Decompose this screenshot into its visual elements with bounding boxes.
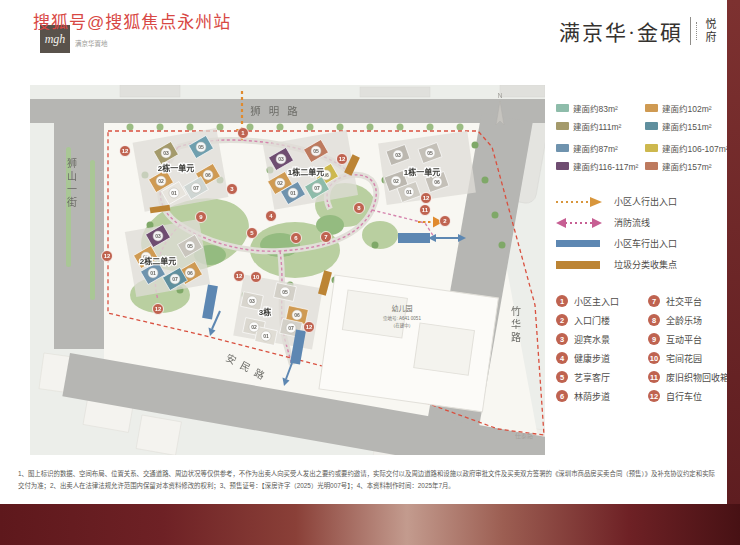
- page: 搜狐号@搜狐焦点永州站 mgh 满京华置地 满京华·金碩 悦府: [0, 0, 740, 545]
- svg-text:11: 11: [422, 207, 429, 213]
- poi-item: 8全龄乐场: [648, 314, 729, 327]
- svg-text:07: 07: [314, 185, 320, 191]
- legend-swatch: [556, 122, 569, 130]
- map-marker: 10: [251, 272, 262, 283]
- disclaimer-text: 1、图上标识的数据、空间布局、位置关系、交通道路、周边状况等仅供参考，不作为出卖…: [18, 468, 720, 492]
- site-plan-map: 幼儿园 宗地号: A641 0051 （在建中）: [30, 85, 545, 455]
- fire-route-arrow-icon: [556, 218, 602, 228]
- svg-text:12: 12: [122, 148, 129, 154]
- map-marker: 9: [196, 212, 207, 223]
- cluster-label: 2栋二单元: [140, 256, 176, 266]
- road-label-top: 狮明路: [250, 105, 306, 117]
- svg-text:05: 05: [198, 144, 204, 150]
- map-marker: 4: [266, 211, 277, 222]
- svg-text:10: 10: [253, 274, 260, 280]
- svg-text:06: 06: [205, 172, 211, 178]
- svg-text:05: 05: [427, 150, 433, 156]
- mgh-logo-text: mgh: [45, 32, 66, 47]
- brand-divider: [690, 17, 691, 45]
- svg-text:05: 05: [313, 148, 319, 154]
- svg-text:03: 03: [395, 152, 401, 158]
- svg-text:12: 12: [155, 306, 162, 312]
- svg-text:12: 12: [104, 253, 111, 259]
- poi-item: 12自行车位: [648, 390, 729, 403]
- brand-divider-2: [696, 22, 697, 40]
- poi-item: 1小区主入口: [556, 295, 648, 308]
- poi-item: 2入口门楼: [556, 314, 648, 327]
- legend-swatch: [645, 122, 658, 130]
- road-left: [54, 123, 104, 349]
- map-marker: 5: [247, 228, 258, 239]
- right-decor-bar: [727, 0, 740, 504]
- svg-text:03: 03: [155, 233, 161, 239]
- legend-line-item: 消防流线: [556, 216, 728, 229]
- legend-line-item: 小区人行出入口: [556, 195, 728, 208]
- legend-item: 建面约151m²: [645, 121, 728, 131]
- svg-text:06: 06: [434, 179, 440, 185]
- svg-text:02: 02: [277, 180, 283, 186]
- legend-item: 建面约83m²: [556, 103, 645, 113]
- poi-list: 1小区主入口 2入口门楼 3迎宾水景 4健康步道 5艺享客厅 6林荫步道 7社交…: [556, 295, 728, 403]
- svg-text:12: 12: [236, 273, 243, 279]
- map-marker: 6: [291, 233, 302, 244]
- poi-item: 10宅间花园: [648, 352, 729, 365]
- legend-item: 建面约111m²: [556, 121, 645, 131]
- poi-item: 6林荫步道: [556, 390, 648, 403]
- kindergarten-title: 幼儿园: [392, 304, 413, 313]
- road-label-corner: 仕泰路: [515, 432, 533, 440]
- road-median-green: [90, 160, 95, 300]
- watermark-text: 搜狐号@搜狐焦点永州站: [33, 8, 231, 33]
- road-label-right: 竹华路: [511, 305, 521, 343]
- brand-subname: 悦府: [702, 18, 718, 44]
- legend-swatch: [645, 144, 658, 152]
- map-marker: 7: [321, 232, 332, 243]
- legend-item: 建面约157m²: [645, 161, 728, 171]
- legend-swatch: [556, 162, 569, 170]
- legend-swatch: [645, 104, 658, 112]
- svg-text:12: 12: [423, 195, 430, 201]
- map-marker: 12: [153, 304, 164, 315]
- svg-text:02: 02: [251, 324, 257, 330]
- svg-text:01: 01: [150, 270, 156, 276]
- svg-text:12: 12: [306, 324, 313, 330]
- project-brand-logo: 满京华·金碩 悦府: [559, 16, 718, 46]
- map-marker: 11: [420, 205, 431, 216]
- legend-panel: 建面约83m² 建面约102m² 建面约111m² 建面约151m² 建面约87…: [556, 103, 728, 403]
- brand-name: 满京华·金碩: [559, 16, 683, 46]
- svg-text:01: 01: [406, 189, 412, 195]
- svg-text:05: 05: [187, 243, 193, 249]
- svg-text:01: 01: [263, 333, 269, 339]
- legend-item: 建面约116-117m²: [556, 161, 645, 171]
- poi-item: 9互动平台: [648, 333, 729, 346]
- legend-swatch: [645, 162, 658, 170]
- map-marker: 2: [440, 216, 451, 227]
- svg-text:07: 07: [288, 325, 294, 331]
- developer-name: 满京华置地: [75, 38, 108, 53]
- legend-line-item: 小区车行出入口: [556, 237, 728, 250]
- svg-text:07: 07: [193, 185, 199, 191]
- legend-item: 建面约87m²: [556, 143, 645, 153]
- poi-item: 5艺享客厅: [556, 371, 648, 384]
- svg-text:03: 03: [249, 298, 255, 304]
- poi-item: 4健康步道: [556, 352, 648, 365]
- svg-text:05: 05: [282, 289, 288, 295]
- kindergarten-status: （在建中）: [391, 322, 414, 329]
- svg-text:06: 06: [294, 312, 300, 318]
- area-legend-group-2: 建面约87m² 建面约106-107m² 建面约116-117m² 建面约157…: [556, 143, 728, 171]
- legend-swatch: [556, 104, 569, 112]
- kindergarten-plot: 宗地号: A641 0051: [383, 315, 421, 322]
- pedestrian-arrow-icon: [556, 197, 602, 207]
- cluster-label: 3栋: [259, 307, 271, 317]
- map-marker: 3: [227, 184, 238, 195]
- legend-item: 建面约102m²: [645, 103, 728, 113]
- map-marker: 1: [238, 128, 249, 139]
- map-marker: 12: [337, 154, 348, 165]
- poi-item: 11废旧织物回收箱: [648, 371, 729, 384]
- kindergarten-block: 幼儿园 宗地号: A641 0051 （在建中）: [319, 275, 498, 412]
- vehicle-entry-bar: [398, 233, 430, 243]
- site-plan-svg: 幼儿园 宗地号: A641 0051 （在建中）: [30, 85, 545, 455]
- cluster-label: 1栋一单元: [404, 167, 440, 177]
- legend-item: 建面约106-107m²: [645, 143, 728, 153]
- line-legend: 小区人行出入口 消防流线 小区车行出入口 垃圾分类收集点: [556, 195, 728, 271]
- svg-text:N: N: [497, 92, 502, 99]
